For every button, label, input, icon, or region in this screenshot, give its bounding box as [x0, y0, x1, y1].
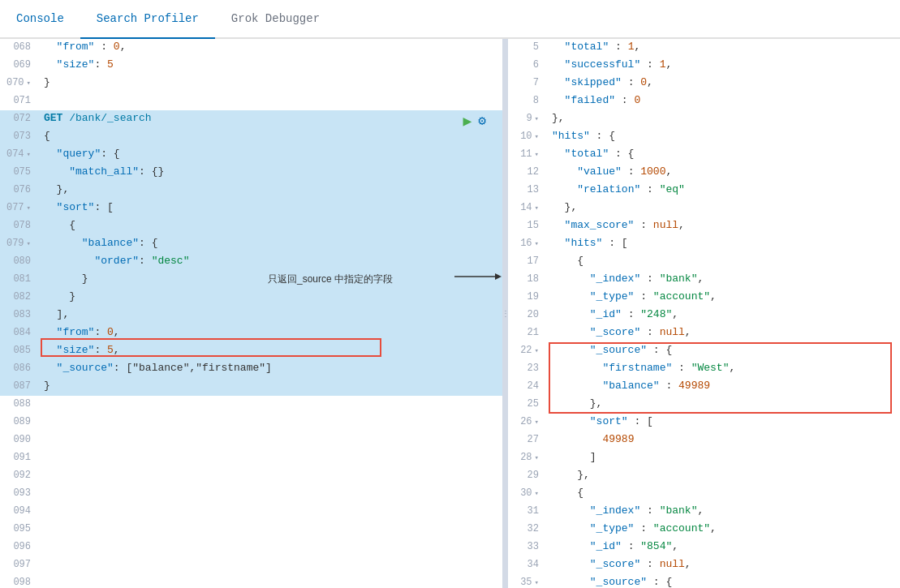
line-number: 14 — [508, 200, 549, 216]
table-row: 34 "_score" : null, — [508, 556, 900, 574]
line-number: 098 — [0, 574, 41, 588]
line-content: "value" : 1000, — [549, 164, 900, 181]
line-number: 29 — [508, 467, 549, 483]
line-content: 49989 — [549, 431, 900, 449]
line-number: 077 — [0, 200, 41, 216]
line-number: 22 — [508, 342, 549, 358]
table-row: 081 } — [0, 271, 502, 289]
table-row: 25 }, — [508, 396, 900, 414]
table-row: 083 ], — [0, 307, 502, 324]
line-content: "balance": { — [41, 235, 502, 252]
line-content: "_type" : "account", — [549, 289, 900, 306]
table-row: 077 "sort": [ — [0, 200, 502, 217]
line-number: 078 — [0, 217, 41, 234]
line-content: "total" : { — [549, 146, 900, 163]
table-row: 5 "total" : 1, — [508, 39, 900, 57]
line-number: 089 — [0, 414, 41, 430]
line-number: 13 — [508, 182, 549, 198]
line-number: 096 — [0, 539, 41, 555]
line-number: 18 — [508, 271, 549, 287]
table-row: 091 — [0, 449, 502, 467]
line-number: 21 — [508, 324, 549, 341]
table-row: 076 }, — [0, 182, 502, 200]
line-content: { — [41, 128, 502, 145]
table-row: 073{ — [0, 128, 502, 146]
line-content: "hits" : { — [549, 128, 900, 145]
line-number: 12 — [508, 164, 549, 180]
table-row: 089 — [0, 414, 502, 431]
line-number: 25 — [508, 396, 549, 412]
line-number: 091 — [0, 449, 41, 466]
line-number: 9 — [508, 110, 549, 127]
tab-grok-debugger[interactable]: Grok Debugger — [215, 0, 336, 39]
line-content: "max_score" : null, — [549, 217, 900, 234]
line-content: "relation" : "eq" — [549, 182, 900, 199]
table-row: 074 "query": { — [0, 146, 502, 164]
line-number: 095 — [0, 521, 41, 537]
table-row: 16 "hits" : [ — [508, 235, 900, 253]
line-number: 34 — [508, 556, 549, 573]
line-content: { — [549, 253, 900, 270]
table-row: 15 "max_score" : null, — [508, 217, 900, 235]
table-row: 29 }, — [508, 467, 900, 485]
line-content: "order": "desc" — [41, 253, 502, 270]
line-content: "from": 0, — [41, 324, 502, 341]
right-output-panel: 5 "total" : 1,6 "successful" : 1,7 "skip… — [508, 39, 900, 588]
table-row: 6 "successful" : 1, — [508, 57, 900, 75]
line-content: "_type" : "account", — [549, 521, 900, 538]
line-number: 087 — [0, 378, 41, 394]
tab-console[interactable]: Console — [0, 0, 80, 39]
line-number: 074 — [0, 146, 41, 162]
left-code-area[interactable]: 068 "from" : 0,069 "size": 5070}071072GE… — [0, 39, 502, 588]
line-content: "query": { — [41, 146, 502, 163]
table-row: 071 — [0, 92, 502, 110]
line-number: 082 — [0, 289, 41, 305]
line-content: "_index" : "bank", — [549, 271, 900, 288]
table-row: 086 "_source": ["balance","firstname"] — [0, 360, 502, 378]
table-row: 072GET /bank/_search▶⚙ — [0, 110, 502, 128]
line-content: }, — [549, 467, 900, 484]
line-number: 7 — [508, 75, 549, 91]
line-content: "from" : 0, — [41, 39, 502, 56]
table-row: 079 "balance": { — [0, 235, 502, 253]
table-row: 31 "_index" : "bank", — [508, 503, 900, 521]
table-row: 14 }, — [508, 200, 900, 217]
table-row: 088 — [0, 396, 502, 414]
table-row: 080 "order": "desc" — [0, 253, 502, 271]
table-row: 078 { — [0, 217, 502, 235]
line-content: "balance" : 49989 — [549, 378, 900, 395]
line-number: 071 — [0, 92, 41, 109]
line-content: "_score" : null, — [549, 556, 900, 573]
table-row: 11 "total" : { — [508, 146, 900, 164]
top-navigation: Console Search Profiler Grok Debugger — [0, 0, 900, 39]
table-row: 085 "size": 5, — [0, 342, 502, 360]
line-number: 31 — [508, 503, 549, 519]
line-content: "_source" : { — [549, 574, 900, 588]
line-number: 088 — [0, 396, 41, 412]
line-number: 20 — [508, 307, 549, 323]
table-row: 9}, — [508, 110, 900, 128]
line-content: }, — [41, 182, 502, 199]
table-row: 13 "relation" : "eq" — [508, 182, 900, 200]
line-number: 086 — [0, 360, 41, 376]
line-content: "failed" : 0 — [549, 92, 900, 109]
line-content: }, — [549, 396, 900, 413]
line-number: 33 — [508, 539, 549, 555]
table-row: 24 "balance" : 49989 — [508, 378, 900, 396]
tab-search-profiler[interactable]: Search Profiler — [80, 0, 215, 39]
line-content: } — [41, 271, 502, 288]
table-row: 087} — [0, 378, 502, 396]
table-row: 17 { — [508, 253, 900, 271]
table-row: 070} — [0, 75, 502, 92]
table-row: 27 49989 — [508, 431, 900, 449]
line-content: "_index" : "bank", — [549, 503, 900, 520]
line-number: 069 — [0, 57, 41, 73]
line-number: 093 — [0, 485, 41, 501]
line-content: GET /bank/_search — [41, 110, 502, 127]
line-number: 24 — [508, 378, 549, 394]
line-content: "sort" : [ — [549, 414, 900, 431]
line-number: 090 — [0, 431, 41, 448]
table-row: 30 { — [508, 485, 900, 503]
left-editor-panel: 068 "from" : 0,069 "size": 5070}071072GE… — [0, 39, 503, 588]
right-code-area[interactable]: 5 "total" : 1,6 "successful" : 1,7 "skip… — [508, 39, 900, 588]
